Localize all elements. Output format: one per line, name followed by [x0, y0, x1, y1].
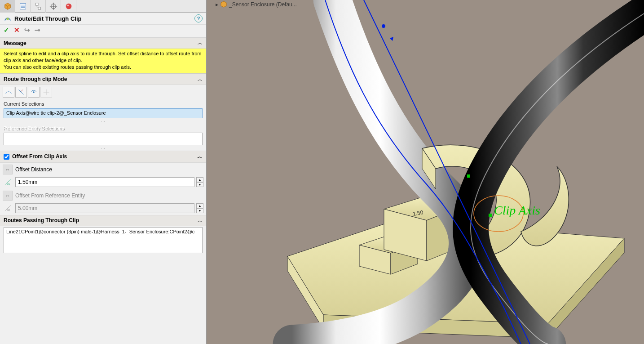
current-selections-list[interactable]: Clip Axis@wire tie clip-2@_Sensor Enclos…	[4, 108, 203, 118]
offset-ref-value-row: D2 ▲ ▼	[0, 202, 206, 215]
sphere-icon	[65, 2, 73, 10]
svg-point-12	[33, 91, 35, 93]
svg-rect-4	[35, 3, 38, 5]
message-section-header[interactable]: Message ︿	[0, 37, 206, 49]
graphics-viewport[interactable]: ▸ _Sensor Enclosure (Defau...	[207, 0, 644, 344]
axis-point-2[interactable]	[489, 214, 492, 217]
d1-icon: D1	[3, 177, 13, 187]
mode1-icon	[4, 88, 13, 96]
offset-section-header[interactable]: Offset From Clip Axis ︿	[0, 151, 206, 163]
offset-checkbox[interactable]	[4, 154, 9, 160]
selection-item[interactable]: Clip Axis@wire tie clip-2@_Sensor Enclos…	[6, 110, 106, 116]
collapse-icon: ︿	[198, 217, 203, 224]
collapse-icon: ︿	[197, 153, 203, 161]
route-clip-icon	[4, 14, 12, 22]
dim-d2-icon: D2	[4, 204, 12, 212]
mode4-icon	[42, 88, 50, 96]
mode2-icon	[17, 88, 25, 96]
list-icon	[19, 2, 27, 10]
resize-gripper[interactable]: ⋯	[0, 120, 206, 124]
spline-arrow[interactable]	[390, 37, 393, 41]
offset-ref-label: Offset From Reference Entity	[15, 192, 203, 199]
tab-property-manager[interactable]	[15, 0, 31, 13]
property-manager-panel: Route/Edit Through Clip ? ✓ ✕ ↪ ⊸ Messag…	[0, 0, 207, 344]
tab-feature-manager[interactable]	[0, 0, 15, 13]
preview-button[interactable]: ↪	[24, 26, 30, 34]
panel-tabs	[0, 0, 206, 13]
confirm-row: ✓ ✕ ↪ ⊸	[0, 25, 206, 37]
target-icon	[49, 2, 57, 10]
svg-point-10	[66, 4, 69, 6]
offset-distance-input[interactable]	[15, 177, 194, 187]
offset-header-label: Offset From Clip Axis	[12, 153, 67, 160]
mode-header-label: Route through clip Mode	[4, 76, 67, 82]
routes-section-header[interactable]: Routes Passing Through Clip ︿	[0, 215, 206, 226]
dim-d1-icon: D1	[4, 178, 12, 186]
tab-display-manager[interactable]	[61, 0, 76, 13]
svg-point-11	[6, 18, 9, 20]
mode-section-header[interactable]: Route through clip Mode ︿	[0, 74, 206, 85]
offset-ref-spinner: ▲ ▼	[196, 203, 203, 213]
svg-point-9	[66, 4, 71, 9]
mode-btn-4	[40, 87, 52, 98]
reference-entity-label: Reference Entity Selections	[0, 124, 206, 132]
message-header-label: Message	[4, 40, 26, 46]
offset-distance-icon[interactable]: ↔	[3, 165, 13, 174]
svg-rect-5	[38, 7, 40, 9]
offset-distance-label: Offset Distance	[15, 166, 203, 173]
routes-list[interactable]: Line21CPoint1@connector (3pin) male-1@Ha…	[4, 227, 203, 253]
collapse-icon: ︿	[198, 40, 203, 46]
spline-handle[interactable]	[382, 24, 385, 28]
spin-up: ▲	[196, 203, 203, 208]
cube-icon	[4, 2, 12, 10]
config-icon	[34, 2, 42, 10]
svg-text:D1: D1	[7, 182, 10, 185]
mode-btn-2[interactable]	[15, 87, 27, 98]
spin-up[interactable]: ▲	[196, 177, 203, 182]
offset-distance-spinner: ▲ ▼	[196, 177, 203, 187]
message-body: Select spline to edit and a clip axis to…	[0, 49, 206, 74]
mode-btn-3[interactable]	[28, 87, 40, 98]
help-icon[interactable]: ?	[194, 14, 203, 22]
resize-gripper[interactable]: ⋯	[0, 147, 206, 151]
mode3-icon	[30, 88, 38, 96]
offset-distance-row: ↔ Offset Distance	[0, 163, 206, 176]
offset-ref-input	[15, 203, 194, 213]
axis-point-1[interactable]	[467, 174, 470, 178]
mode-buttons	[0, 85, 206, 99]
cancel-button[interactable]: ✕	[14, 26, 20, 34]
tab-dimxpert[interactable]	[46, 0, 61, 13]
offset-ref-row: ↔ Offset From Reference Entity	[0, 189, 206, 202]
message-line1: Select spline to edit and a clip axis to…	[4, 51, 201, 63]
reference-entity-list[interactable]	[4, 133, 203, 145]
offset-ref-icon: ↔	[3, 191, 13, 201]
pm-title-row: Route/Edit Through Clip ?	[0, 13, 206, 25]
offset-distance-value-row: D1 ▲ ▼	[0, 176, 206, 189]
viewport-scene[interactable]: 1.50	[207, 0, 644, 344]
spin-down[interactable]: ▼	[196, 182, 203, 187]
pin-button[interactable]: ⊸	[35, 26, 40, 34]
tab-configuration-manager[interactable]	[31, 0, 46, 13]
mode-btn-1[interactable]	[3, 87, 14, 98]
pm-title: Route/Edit Through Clip	[14, 15, 194, 22]
d2-icon: D2	[3, 203, 13, 213]
svg-text:D2: D2	[7, 208, 10, 211]
ok-button[interactable]: ✓	[4, 26, 9, 34]
collapse-icon: ︿	[198, 76, 203, 83]
spin-down: ▼	[196, 208, 203, 213]
current-selections-label: Current Selections	[0, 99, 206, 107]
message-line2: You can also edit existing routes passin…	[4, 64, 131, 70]
route-item[interactable]: Line21CPoint1@connector (3pin) male-1@Ha…	[6, 229, 194, 234]
routes-header-label: Routes Passing Through Clip	[4, 217, 79, 223]
